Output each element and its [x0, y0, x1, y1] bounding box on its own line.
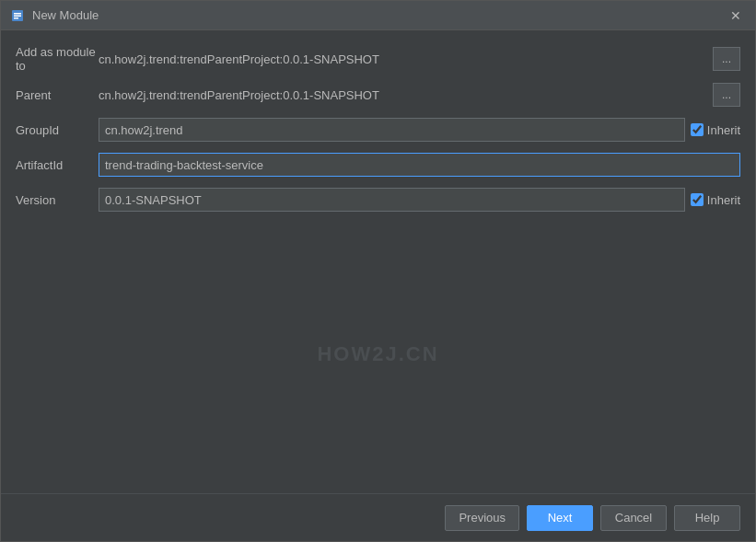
version-input[interactable] [99, 188, 685, 212]
artifact-id-input[interactable] [99, 153, 740, 177]
add-as-module-row: Add as module to cn.how2j.trend:trendPar… [16, 45, 740, 73]
parent-value: cn.how2j.trend:trendParentProject:0.0.1-… [99, 88, 707, 102]
watermark-area: HOW2J.CN [16, 222, 740, 486]
version-row: Version Inherit [16, 187, 740, 213]
svg-rect-1 [14, 13, 21, 15]
close-button[interactable]: ✕ [726, 6, 746, 26]
version-inherit-wrapper: Inherit [691, 193, 740, 207]
add-as-module-value: cn.how2j.trend:trendParentProject:0.0.1-… [99, 52, 707, 66]
add-as-module-input-wrapper: cn.how2j.trend:trendParentProject:0.0.1-… [99, 47, 740, 71]
parent-input-wrapper: cn.how2j.trend:trendParentProject:0.0.1-… [99, 83, 740, 107]
parent-label: Parent [16, 88, 99, 102]
next-button[interactable]: Next [527, 505, 593, 531]
svg-rect-3 [14, 17, 18, 19]
group-id-row: GroupId Inherit [16, 117, 740, 143]
version-inherit-checkbox[interactable] [691, 193, 704, 206]
dialog-content: Add as module to cn.how2j.trend:trendPar… [1, 30, 755, 493]
add-as-module-label: Add as module to [16, 45, 99, 73]
parent-browse-button[interactable]: ... [713, 83, 740, 107]
version-inherit-label: Inherit [707, 193, 740, 207]
previous-button[interactable]: Previous [445, 505, 519, 531]
group-id-input[interactable] [99, 118, 685, 142]
title-bar: New Module ✕ [1, 1, 755, 30]
help-button[interactable]: Help [674, 505, 740, 531]
dialog-title: New Module [32, 8, 726, 22]
artifact-id-label: ArtifactId [16, 158, 99, 172]
dialog-footer: Previous Next Cancel Help [1, 493, 755, 541]
version-input-wrapper: Inherit [99, 188, 740, 212]
cancel-button[interactable]: Cancel [600, 505, 667, 531]
watermark-text: HOW2J.CN [317, 342, 438, 366]
parent-row: Parent cn.how2j.trend:trendParentProject… [16, 82, 740, 108]
svg-rect-2 [14, 15, 21, 17]
new-module-dialog: New Module ✕ Add as module to cn.how2j.t… [0, 0, 756, 542]
add-as-module-browse-button[interactable]: ... [713, 47, 740, 71]
dialog-icon [10, 8, 25, 23]
version-label: Version [16, 193, 99, 207]
group-id-input-wrapper: Inherit [99, 118, 740, 142]
group-id-label: GroupId [16, 123, 99, 137]
artifact-id-input-wrapper [99, 153, 740, 177]
group-id-inherit-checkbox[interactable] [691, 123, 704, 136]
artifact-id-row: ArtifactId [16, 152, 740, 178]
group-id-inherit-label: Inherit [707, 123, 740, 137]
group-id-inherit-wrapper: Inherit [691, 123, 740, 137]
